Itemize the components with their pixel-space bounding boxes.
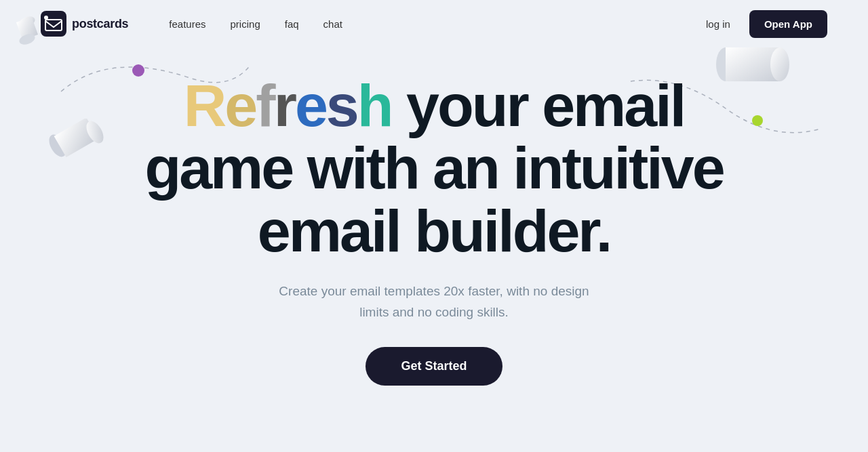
nav-links: features pricing faq chat	[169, 18, 706, 30]
letter-r2: r	[274, 72, 295, 139]
login-link[interactable]: log in	[706, 18, 730, 30]
letter-f: f	[256, 72, 273, 139]
get-started-button[interactable]: Get Started	[366, 347, 502, 386]
logo-text: postcards	[72, 17, 128, 31]
hero-section: Refresh your emailgame with an intuitive…	[0, 47, 868, 386]
hero-subtext: Create your email templates 20x faster, …	[264, 281, 604, 323]
nav-right: log in Open App	[706, 10, 827, 38]
nav-link-faq[interactable]: faq	[285, 18, 299, 30]
refresh-word: Refresh	[184, 72, 406, 139]
logo-icon	[41, 11, 66, 37]
svg-rect-0	[41, 11, 66, 37]
svg-point-2	[44, 16, 48, 20]
nav-link-pricing[interactable]: pricing	[231, 18, 260, 30]
navbar: postcards features pricing faq chat log …	[0, 0, 868, 47]
letter-h: h	[357, 72, 392, 139]
nav-link-features[interactable]: features	[169, 18, 205, 30]
open-app-button[interactable]: Open App	[749, 10, 827, 38]
letter-R1: R	[184, 72, 225, 139]
hero-headline: Refresh your emailgame with an intuitive…	[144, 75, 723, 262]
nav-link-chat[interactable]: chat	[323, 18, 342, 30]
logo-link[interactable]: postcards	[41, 11, 128, 37]
letter-e2: e	[295, 72, 326, 139]
letter-e1: e	[224, 72, 256, 139]
letter-s: s	[326, 72, 357, 139]
